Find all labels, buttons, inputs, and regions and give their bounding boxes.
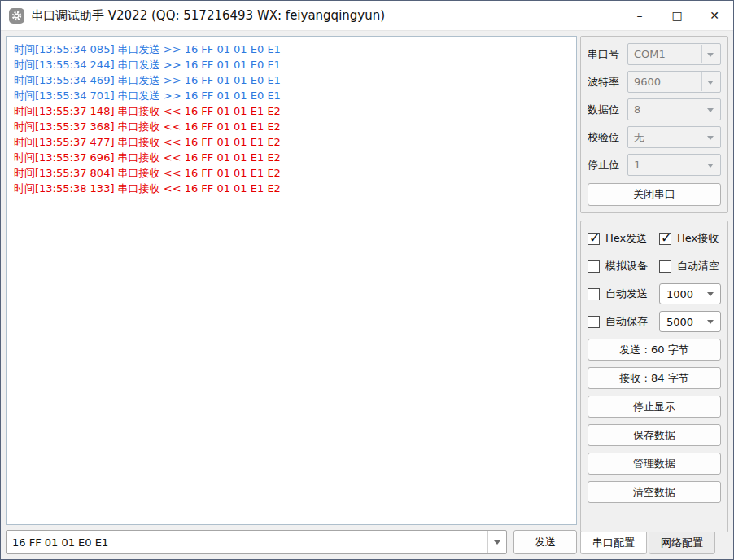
log-line: 时间[13:55:38 133] 串口接收 << 16 FF 01 01 E1 … <box>14 181 569 196</box>
chevron-down-icon <box>707 81 714 85</box>
chevron-down-icon <box>707 320 714 324</box>
log-line: 时间[13:55:37 148] 串口接收 << 16 FF 01 01 E1 … <box>14 103 569 119</box>
checkbox-box <box>659 233 671 245</box>
chevron-down-icon <box>707 292 714 296</box>
auto-save-interval-value: 5000 <box>666 316 693 328</box>
checkbox-box <box>659 260 671 273</box>
checkbox-hex-receive[interactable]: Hex接收 <box>659 231 719 246</box>
save-data-button[interactable]: 保存数据 <box>588 424 721 446</box>
port-value: COM1 <box>634 48 666 60</box>
checkbox-auto-save[interactable]: 自动保存 <box>588 314 659 329</box>
log-line: 时间[13:55:34 701] 串口发送 >> 16 FF 01 01 E0 … <box>14 88 569 103</box>
manage-data-button[interactable]: 管理数据 <box>588 453 721 475</box>
chevron-down-icon <box>707 53 714 57</box>
checkbox-row-hex: Hex发送 Hex接收 <box>588 228 721 249</box>
checkbox-label: 模拟设备 <box>605 259 648 273</box>
databits-select[interactable]: 8 <box>627 98 721 120</box>
baudrate-select[interactable]: 9600 <box>627 71 721 93</box>
minimize-icon[interactable]: – <box>621 1 658 30</box>
received-bytes-button[interactable]: 接收 : 84 字节 <box>588 367 721 389</box>
send-button[interactable]: 发送 <box>513 530 577 554</box>
checkbox-box <box>588 260 600 273</box>
parity-label: 校验位 <box>588 130 627 145</box>
port-label: 串口号 <box>588 47 627 62</box>
auto-send-row: 自动发送 1000 <box>588 283 721 304</box>
databits-value: 8 <box>634 103 640 116</box>
checkbox-label: 自动发送 <box>605 287 648 301</box>
main-area: 时间[13:55:34 085] 串口发送 >> 16 FF 01 01 E0 … <box>1 31 733 559</box>
title-bar: 串口调试助手 V2022 (QQ: 517216493 WX: feiyangq… <box>1 1 733 31</box>
app-gear-icon <box>9 8 24 24</box>
clear-data-button[interactable]: 清空数据 <box>588 481 721 503</box>
field-row-databits: 数据位 8 <box>588 98 721 120</box>
log-line: 时间[13:55:37 477] 串口接收 << 16 FF 01 01 E1 … <box>14 134 569 150</box>
auto-send-interval-value: 1000 <box>666 288 693 300</box>
maximize-icon[interactable]: □ <box>658 1 696 30</box>
field-row-stopbits: 停止位 1 <box>588 154 721 176</box>
auto-save-interval-select[interactable]: 5000 <box>659 311 721 332</box>
serial-settings-group: 串口号 COM1 波特率 9600 数据位 8 <box>580 36 728 213</box>
checkbox-label: Hex发送 <box>605 231 647 246</box>
checkbox-label: 自动保存 <box>605 314 648 329</box>
checkbox-label: 自动清空 <box>677 259 719 273</box>
stop-display-button[interactable]: 停止显示 <box>588 396 721 418</box>
log-area[interactable]: 时间[13:55:34 085] 串口发送 >> 16 FF 01 01 E0 … <box>6 36 577 525</box>
window-title: 串口调试助手 V2022 (QQ: 517216493 WX: feiyangq… <box>31 8 385 24</box>
checkbox-auto-clear[interactable]: 自动清空 <box>659 259 719 273</box>
checkbox-box <box>588 288 600 300</box>
checkbox-label: Hex接收 <box>677 231 719 246</box>
send-data-input[interactable] <box>7 531 487 553</box>
tab-serial-config[interactable]: 串口配置 <box>580 532 647 554</box>
chevron-down-icon <box>707 164 714 168</box>
send-data-combobox <box>6 530 507 554</box>
field-row-port: 串口号 COM1 <box>588 43 721 65</box>
chevron-down-icon <box>494 540 500 545</box>
field-row-parity: 校验位 无 <box>588 126 721 148</box>
auto-save-row: 自动保存 5000 <box>588 311 721 332</box>
stopbits-value: 1 <box>634 159 640 171</box>
checkbox-auto-send[interactable]: 自动发送 <box>588 287 659 301</box>
checkbox-box <box>588 316 600 328</box>
field-row-baudrate: 波特率 9600 <box>588 71 721 93</box>
stopbits-label: 停止位 <box>588 158 627 173</box>
close-port-button[interactable]: 关闭串口 <box>588 183 721 206</box>
close-icon[interactable]: ✕ <box>696 1 733 30</box>
parity-value: 无 <box>634 130 644 145</box>
port-select[interactable]: COM1 <box>627 43 721 65</box>
checkbox-hex-send[interactable]: Hex发送 <box>588 231 659 246</box>
send-data-dropdown-button[interactable] <box>487 531 506 553</box>
databits-label: 数据位 <box>588 103 627 117</box>
parity-select[interactable]: 无 <box>627 126 721 148</box>
baudrate-label: 波特率 <box>588 75 627 90</box>
baudrate-value: 9600 <box>634 76 661 88</box>
log-line: 时间[13:55:34 085] 串口发送 >> 16 FF 01 01 E0 … <box>14 42 569 57</box>
window-controls: – □ ✕ <box>621 1 733 30</box>
config-tabbar: 串口配置 网络配置 <box>580 532 728 554</box>
checkbox-box <box>588 233 600 245</box>
tab-network-config[interactable]: 网络配置 <box>649 532 715 554</box>
log-line: 时间[13:55:34 244] 串口发送 >> 16 FF 01 01 E0 … <box>14 57 569 72</box>
chevron-down-icon <box>707 108 714 112</box>
spacer <box>588 510 721 525</box>
checkbox-row-sim-clear: 模拟设备 自动清空 <box>588 256 721 277</box>
log-line: 时间[13:55:34 469] 串口发送 >> 16 FF 01 01 E0 … <box>14 72 569 88</box>
sent-bytes-button[interactable]: 发送 : 60 字节 <box>588 339 721 361</box>
checkbox-simulate-device[interactable]: 模拟设备 <box>588 259 659 273</box>
log-line: 时间[13:55:37 804] 串口接收 << 16 FF 01 01 E1 … <box>14 165 569 181</box>
stopbits-select[interactable]: 1 <box>627 154 721 176</box>
log-line: 时间[13:55:37 696] 串口接收 << 16 FF 01 01 E1 … <box>14 150 569 165</box>
log-line: 时间[13:55:37 368] 串口接收 << 16 FF 01 01 E1 … <box>14 119 569 134</box>
left-column: 时间[13:55:34 085] 串口发送 >> 16 FF 01 01 E0 … <box>6 36 577 554</box>
send-bar: 发送 <box>6 530 577 554</box>
options-group: Hex发送 Hex接收 模拟设备 自动清空 <box>580 221 728 532</box>
chevron-down-icon <box>707 136 714 140</box>
auto-send-interval-select[interactable]: 1000 <box>659 283 721 304</box>
app-window: 串口调试助手 V2022 (QQ: 517216493 WX: feiyangq… <box>0 0 734 560</box>
right-panel: 串口号 COM1 波特率 9600 数据位 8 <box>580 36 728 554</box>
